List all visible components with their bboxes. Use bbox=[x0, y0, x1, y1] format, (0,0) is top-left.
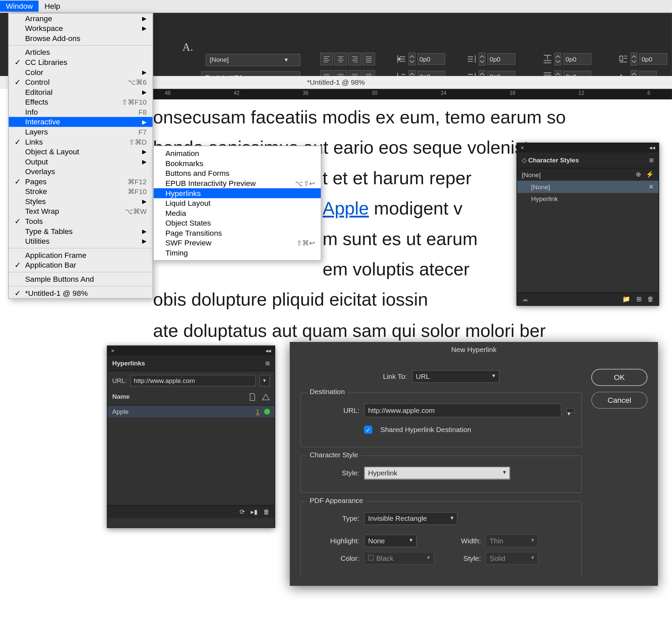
left-indent-field[interactable] bbox=[417, 53, 445, 65]
submenu-liquid-layout[interactable]: Liquid Layout bbox=[153, 199, 320, 208]
menu-type-tables[interactable]: Type & Tables▶ bbox=[9, 226, 152, 236]
type-select[interactable]: Invisible Rectangle bbox=[364, 512, 457, 525]
align-left-icon[interactable] bbox=[320, 53, 333, 66]
url-input[interactable] bbox=[130, 375, 256, 387]
cloud-icon[interactable]: ☁ bbox=[522, 295, 528, 303]
url-dropdown-icon[interactable]: ▾ bbox=[259, 375, 270, 387]
menu-control[interactable]: Control⌥⌘6 bbox=[9, 77, 152, 87]
pdf-style-label: Style: bbox=[448, 554, 481, 562]
page-icon[interactable] bbox=[249, 393, 256, 402]
shortcut-label: ⌥⌘W bbox=[125, 207, 147, 215]
menu-styles[interactable]: Styles▶ bbox=[9, 196, 152, 206]
shortcut-label: F7 bbox=[139, 128, 146, 136]
style-select[interactable]: Hyperlink bbox=[364, 467, 510, 480]
menu-cc-libraries[interactable]: CC Libraries bbox=[9, 57, 152, 67]
menu-editorial[interactable]: Editorial▶ bbox=[9, 87, 152, 97]
chevron-right-icon: ▶ bbox=[142, 199, 147, 205]
menu-text-wrap[interactable]: Text Wrap⌥⌘W bbox=[9, 206, 152, 216]
shortcut-label: ⌥⌘6 bbox=[128, 78, 147, 86]
submenu-hyperlinks[interactable]: Hyperlinks bbox=[153, 188, 320, 199]
section-title: PDF Appearance bbox=[307, 496, 366, 504]
menu-object-layout[interactable]: Object & Layout▶ bbox=[9, 146, 152, 157]
close-icon[interactable]: × bbox=[521, 144, 528, 152]
lightning-icon[interactable]: ⚡ bbox=[646, 171, 654, 179]
menu-interactive[interactable]: Interactive▶ bbox=[9, 117, 152, 127]
ruler-tick: 48 bbox=[165, 90, 170, 96]
submenu-object-states[interactable]: Object States bbox=[153, 218, 320, 228]
menu-pages[interactable]: Pages⌘F12 bbox=[9, 177, 152, 187]
menu-workspace[interactable]: Workspace▶ bbox=[9, 24, 152, 33]
refresh-icon[interactable]: ⟳ bbox=[240, 508, 245, 516]
url-label: URL: bbox=[112, 377, 127, 384]
menu-layers[interactable]: LayersF7 bbox=[9, 127, 152, 137]
cs-style-hyperlink[interactable]: Hyperlink bbox=[517, 193, 658, 205]
hyperlink-text[interactable]: Apple bbox=[322, 199, 369, 219]
submenu-animation[interactable]: Animation bbox=[153, 148, 320, 159]
submenu-buttons-forms[interactable]: Buttons and Forms bbox=[153, 168, 320, 179]
menu-application-frame[interactable]: Application Frame bbox=[9, 250, 152, 260]
link-to-select[interactable]: URL bbox=[412, 370, 499, 383]
menu-effects[interactable]: Effects⇧⌘F10 bbox=[9, 97, 152, 107]
submenu-media[interactable]: Media bbox=[153, 208, 320, 218]
drop-cap-field[interactable] bbox=[639, 53, 667, 65]
justify-icon[interactable] bbox=[362, 53, 375, 66]
submenu-timing[interactable]: Timing bbox=[153, 248, 320, 258]
stepper-icon[interactable] bbox=[478, 53, 485, 66]
right-indent-field[interactable] bbox=[487, 53, 515, 65]
menu-overlays[interactable]: Overlays bbox=[9, 167, 152, 177]
ok-button[interactable]: OK bbox=[591, 369, 647, 386]
space-before-field[interactable] bbox=[563, 53, 591, 65]
menu-help[interactable]: Help bbox=[39, 1, 66, 12]
submenu-page-transitions[interactable]: Page Transitions bbox=[153, 228, 320, 238]
ruler-tick: 36 bbox=[303, 90, 308, 96]
warning-icon[interactable] bbox=[262, 393, 270, 402]
stepper-icon[interactable] bbox=[409, 53, 416, 66]
menu-articles[interactable]: Articles bbox=[9, 47, 152, 57]
new-style-icon[interactable]: ⊞ bbox=[637, 295, 642, 303]
submenu-bookmarks[interactable]: Bookmarks bbox=[153, 158, 320, 168]
menu-utilities[interactable]: Utilities▶ bbox=[9, 236, 152, 247]
clear-override-icon[interactable]: ✕ bbox=[648, 183, 654, 191]
submenu-swf-preview[interactable]: SWF Preview⇧⌘↩ bbox=[153, 238, 320, 248]
menu-info[interactable]: InfoF8 bbox=[9, 107, 152, 117]
hyperlink-count[interactable]: 1 bbox=[256, 408, 259, 415]
menu-links[interactable]: Links⇧⌘D bbox=[9, 137, 152, 147]
shared-checkbox[interactable]: ✓ bbox=[364, 426, 372, 434]
cancel-button[interactable]: Cancel bbox=[591, 392, 647, 409]
trash-icon[interactable]: 🗑 bbox=[263, 508, 270, 516]
color-select[interactable]: Black bbox=[364, 552, 434, 565]
url-dropdown[interactable] bbox=[566, 408, 574, 413]
menu-window[interactable]: Window bbox=[0, 1, 39, 12]
highlight-select[interactable]: None bbox=[364, 534, 417, 547]
menu-document-window[interactable]: *Untitled-1 @ 98% bbox=[9, 288, 152, 298]
folder-icon[interactable]: 📁 bbox=[622, 295, 630, 303]
submenu-epub-preview[interactable]: EPUB Interactivity Preview⌥⇧↩ bbox=[153, 178, 320, 188]
new-group-icon[interactable]: ⊕ bbox=[636, 171, 641, 179]
align-right-icon[interactable] bbox=[348, 53, 361, 66]
close-icon[interactable]: × bbox=[111, 347, 118, 354]
cs-style-none[interactable]: [None] ✕ bbox=[517, 181, 658, 193]
go-to-icon[interactable]: ▸▮ bbox=[251, 508, 258, 516]
collapse-icon[interactable]: ◂◂ bbox=[265, 347, 271, 354]
menu-sample-buttons[interactable]: Sample Buttons And bbox=[9, 274, 152, 284]
menu-output[interactable]: Output▶ bbox=[9, 157, 152, 167]
menu-tools[interactable]: Tools bbox=[9, 216, 152, 226]
align-center-icon[interactable] bbox=[334, 53, 347, 66]
panel-menu-icon[interactable]: ≡ bbox=[649, 156, 654, 165]
stepper-icon[interactable] bbox=[554, 53, 561, 66]
menu-stroke[interactable]: Stroke⌘F10 bbox=[9, 187, 152, 197]
hyperlink-item[interactable]: Apple 1 bbox=[107, 406, 274, 418]
collapse-icon[interactable]: ◂◂ bbox=[649, 144, 655, 152]
pdf-style-select[interactable]: Solid bbox=[485, 552, 538, 565]
menu-browse-addons[interactable]: Browse Add-ons bbox=[9, 33, 152, 43]
panel-menu-icon[interactable]: ≡ bbox=[265, 358, 270, 368]
menu-application-bar[interactable]: Application Bar bbox=[9, 260, 152, 270]
width-select[interactable]: Thin bbox=[485, 534, 538, 547]
url-input[interactable] bbox=[364, 403, 561, 418]
stepper-icon[interactable] bbox=[630, 53, 638, 66]
menu-color[interactable]: Color▶ bbox=[9, 67, 152, 77]
ruler-tick: 6 bbox=[647, 90, 650, 96]
char-style-select[interactable]: [None] ▾ bbox=[206, 54, 301, 66]
trash-icon[interactable]: 🗑 bbox=[647, 295, 654, 303]
menu-arrange[interactable]: Arrange▶ bbox=[9, 14, 152, 24]
